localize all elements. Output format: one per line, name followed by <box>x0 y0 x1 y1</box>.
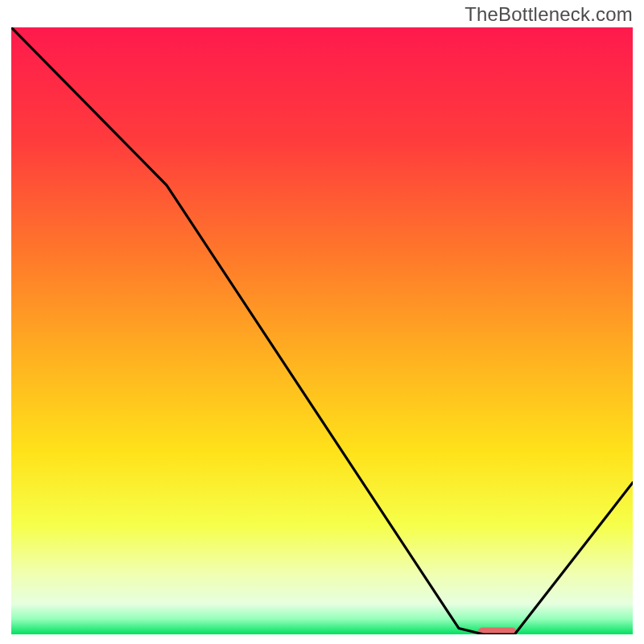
bottleneck-chart <box>0 0 644 644</box>
gradient-background <box>11 27 633 634</box>
optimal-range-marker <box>478 628 517 637</box>
watermark-text: TheBottleneck.com <box>464 3 633 26</box>
chart-stage: TheBottleneck.com <box>0 0 644 644</box>
